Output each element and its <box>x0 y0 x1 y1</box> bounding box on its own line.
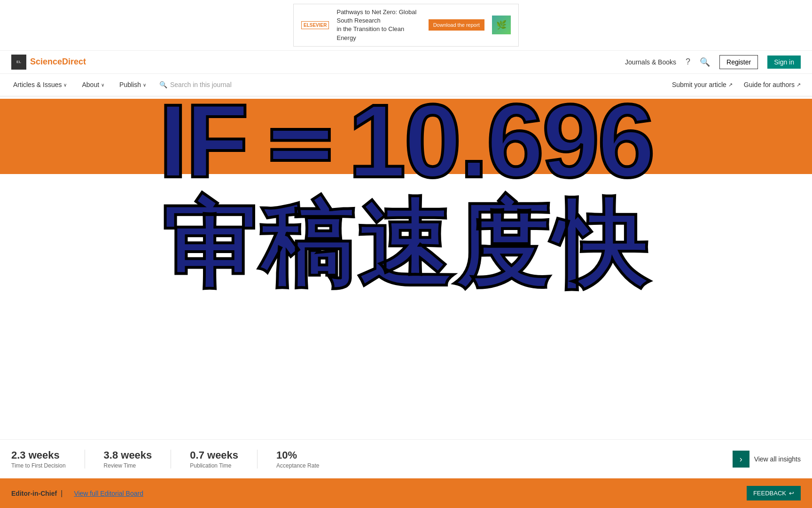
metric-divider <box>257 450 258 468</box>
bottom-editor-bar: Editor-in-Chief | View full Editorial Bo… <box>0 478 812 508</box>
help-icon[interactable]: ? <box>686 57 690 67</box>
editor-in-chief-label: Editor-in-Chief <box>11 490 57 497</box>
metric-value: 0.7 weeks <box>190 449 238 461</box>
metric-value: 10% <box>276 449 319 461</box>
metric-value: 2.3 weeks <box>11 449 66 461</box>
metrics-row: 2.3 weeks Time to First Decision 3.8 wee… <box>0 439 812 478</box>
view-insights[interactable]: › View all insights <box>733 451 801 468</box>
banner-text: Pathways to Net Zero: Global South Resea… <box>336 8 421 42</box>
banner-content: ELSEVIER Pathways to Net Zero: Global So… <box>293 4 519 47</box>
top-banner: ELSEVIER Pathways to Net Zero: Global So… <box>0 0 812 51</box>
guide-authors-link[interactable]: Guide for authors ↗ <box>744 81 801 88</box>
metric-label: Publication Time <box>190 462 238 469</box>
metric-divider <box>171 450 171 468</box>
metric-first-decision: 2.3 weeks Time to First Decision <box>11 449 66 469</box>
metric-publication-time: 0.7 weeks Publication Time <box>190 449 238 469</box>
sciencedirect-logo-text[interactable]: ScienceDirect <box>30 57 86 67</box>
search-icon[interactable]: 🔍 <box>700 57 710 67</box>
metric-divider <box>85 450 85 468</box>
site-logo: EL ScienceDirect <box>11 55 86 70</box>
nav-publish[interactable]: Publish ∨ <box>117 74 148 96</box>
register-button[interactable]: Register <box>719 55 758 69</box>
metrics-container: 2.3 weeks Time to First Decision 3.8 wee… <box>0 439 812 508</box>
nav-about[interactable]: About ∨ <box>80 74 106 96</box>
orange-band <box>0 99 812 174</box>
feedback-icon: ↩ <box>789 490 794 497</box>
search-placeholder: Search in this journal <box>170 81 232 88</box>
insights-label[interactable]: View all insights <box>754 455 801 463</box>
elsevier-logo-icon: EL <box>11 55 26 70</box>
metric-label: Review Time <box>104 462 152 469</box>
external-link-icon: ↗ <box>728 82 733 88</box>
search-icon: 🔍 <box>159 81 167 88</box>
feedback-button[interactable]: FEEDBACK ↩ <box>747 486 801 500</box>
elsevier-logo: ELSEVIER <box>301 21 329 29</box>
chinese-text: 审稿速度快 <box>0 198 812 292</box>
signin-button[interactable]: Sign in <box>767 56 801 69</box>
journals-books-link[interactable]: Journals & Books <box>625 58 676 66</box>
page-root: ELSEVIER Pathways to Net Zero: Global So… <box>0 0 812 508</box>
download-report-button[interactable]: Download the report <box>429 19 484 31</box>
chevron-down-icon: ∨ <box>143 82 146 87</box>
chevron-down-icon: ∨ <box>101 82 104 87</box>
chevron-down-icon: ∨ <box>63 82 67 87</box>
nav-articles-issues[interactable]: Articles & Issues ∨ <box>11 74 69 96</box>
submit-article-link[interactable]: Submit your article ↗ <box>672 81 733 88</box>
metric-label: Time to First Decision <box>11 462 66 469</box>
site-header: EL ScienceDirect Journals & Books ? 🔍 Re… <box>0 51 812 74</box>
journal-search[interactable]: 🔍 Search in this journal <box>159 81 232 88</box>
metric-label: Acceptance Rate <box>276 462 319 469</box>
header-nav: Journals & Books ? 🔍 Register Sign in <box>625 55 801 69</box>
metric-review-time: 3.8 weeks Review Time <box>104 449 152 469</box>
divider: | <box>61 489 62 498</box>
journal-nav: Articles & Issues ∨ About ∨ Publish ∨ 🔍 … <box>0 74 812 96</box>
insights-arrow-icon[interactable]: › <box>733 451 750 468</box>
external-link-icon: ↗ <box>796 82 801 88</box>
metric-acceptance-rate: 10% Acceptance Rate <box>276 449 319 469</box>
metric-value: 3.8 weeks <box>104 449 152 461</box>
banner-image: 🌿 <box>492 16 511 34</box>
view-editorial-board-link[interactable]: View full Editorial Board <box>74 490 143 497</box>
